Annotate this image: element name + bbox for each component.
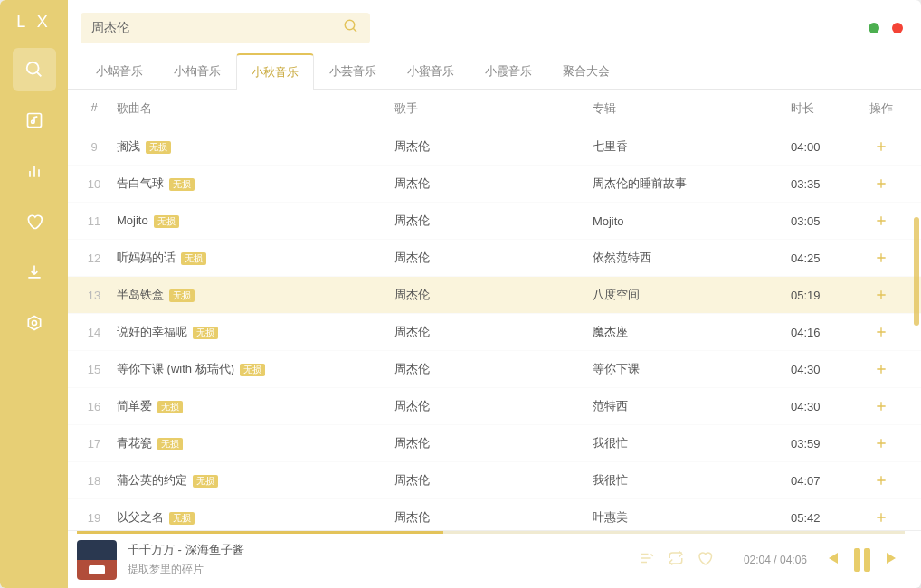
cell-index: 14 xyxy=(77,326,108,339)
source-tab[interactable]: 小芸音乐 xyxy=(314,53,392,90)
cell-duration: 04:07 xyxy=(791,474,854,488)
add-button[interactable] xyxy=(854,399,908,413)
cell-album: 七里香 xyxy=(593,138,791,155)
playback-controls xyxy=(820,547,905,573)
table-row[interactable]: 19以父之名无损周杰伦叶惠美05:42 xyxy=(68,499,921,530)
search-input[interactable] xyxy=(91,21,343,35)
cell-artist: 周杰伦 xyxy=(394,213,593,229)
source-tab[interactable]: 小霞音乐 xyxy=(470,53,547,90)
app-window: L X xyxy=(0,0,921,588)
source-tab[interactable]: 小蜗音乐 xyxy=(81,53,158,90)
settings-icon xyxy=(25,314,43,332)
table-row[interactable]: 14说好的幸福呢无损周杰伦魔杰座04:16 xyxy=(68,314,921,351)
cell-artist: 周杰伦 xyxy=(394,324,593,340)
add-button[interactable] xyxy=(854,436,908,450)
play-pause-button[interactable] xyxy=(854,548,870,572)
cell-index: 16 xyxy=(77,400,108,413)
nav-library[interactable] xyxy=(13,99,56,142)
cell-album: 叶惠美 xyxy=(593,509,791,526)
svg-line-1 xyxy=(36,72,41,77)
cell-album: Mojito xyxy=(593,214,791,228)
search-submit-icon[interactable] xyxy=(343,18,359,38)
nav-ranking[interactable] xyxy=(13,149,56,193)
cell-duration: 03:05 xyxy=(791,214,854,228)
album-cover[interactable] xyxy=(77,540,117,580)
add-button[interactable] xyxy=(854,510,908,525)
lyrics-icon[interactable] xyxy=(639,550,655,570)
add-button[interactable] xyxy=(854,325,908,339)
add-button[interactable] xyxy=(854,251,908,265)
track-list[interactable]: 9搁浅无损周杰伦七里香04:0010告白气球无损周杰伦周杰伦的睡前故事03:35… xyxy=(68,128,921,530)
source-tab[interactable]: 聚合大会 xyxy=(547,53,625,90)
source-tabs: 小蜗音乐小枸音乐小秋音乐小芸音乐小蜜音乐小霞音乐聚合大会 xyxy=(68,52,921,90)
table-row[interactable]: 12听妈妈的话无损周杰伦依然范特西04:25 xyxy=(68,240,921,277)
favorite-icon[interactable] xyxy=(697,550,713,570)
table-row[interactable]: 16简单爱无损周杰伦范特西04:30 xyxy=(68,388,921,425)
th-artist[interactable]: 歌手 xyxy=(394,100,593,117)
svg-point-0 xyxy=(26,62,38,74)
quality-badge: 无损 xyxy=(157,438,183,450)
source-tab[interactable]: 小蜜音乐 xyxy=(392,53,470,90)
nav-search[interactable] xyxy=(13,48,56,91)
cell-duration: 04:30 xyxy=(791,363,854,376)
chart-icon xyxy=(25,162,43,180)
cell-name: 说好的幸福呢无损 xyxy=(108,324,394,340)
cell-index: 13 xyxy=(77,289,108,302)
quality-badge: 无损 xyxy=(146,141,171,154)
th-index: # xyxy=(77,100,108,117)
th-name[interactable]: 歌曲名 xyxy=(108,100,394,117)
nav-favorites[interactable] xyxy=(13,200,56,243)
cell-duration: 04:25 xyxy=(791,251,854,265)
source-tab[interactable]: 小枸音乐 xyxy=(158,53,236,90)
cell-index: 12 xyxy=(77,251,108,265)
table-row[interactable]: 9搁浅无损周杰伦七里香04:00 xyxy=(68,128,921,166)
progress-fill[interactable] xyxy=(77,531,443,534)
add-button[interactable] xyxy=(854,213,908,228)
add-button[interactable] xyxy=(854,176,908,191)
source-tab[interactable]: 小秋音乐 xyxy=(236,53,314,90)
table-row[interactable]: 10告白气球无损周杰伦周杰伦的睡前故事03:35 xyxy=(68,166,921,203)
cell-album: 八度空间 xyxy=(593,287,791,303)
player-bar: 千千万万 - 深海鱼子酱 提取梦里的碎片 02:04 / 04:06 xyxy=(68,530,921,588)
table-row[interactable]: 13半岛铁盒无损周杰伦八度空间05:19 xyxy=(68,277,921,314)
quality-badge: 无损 xyxy=(193,327,218,339)
cell-artist: 周杰伦 xyxy=(394,435,593,451)
nav-downloads[interactable] xyxy=(13,251,56,294)
window-controls xyxy=(869,23,903,33)
close-dot[interactable] xyxy=(892,23,903,33)
cell-artist: 周杰伦 xyxy=(394,398,593,414)
svg-marker-7 xyxy=(28,317,40,330)
nav-settings[interactable] xyxy=(13,301,56,345)
cell-name: 青花瓷无损 xyxy=(108,435,394,451)
scrollbar-thumb[interactable] xyxy=(914,217,919,326)
cell-duration: 04:00 xyxy=(791,140,854,154)
table-row[interactable]: 11Mojito无损周杰伦Mojito03:05 xyxy=(68,203,921,240)
table-row[interactable]: 17青花瓷无损周杰伦我很忙03:59 xyxy=(68,425,921,462)
search-box[interactable] xyxy=(81,13,370,43)
add-button[interactable] xyxy=(854,288,908,302)
add-button[interactable] xyxy=(854,362,908,376)
cell-name: Mojito无损 xyxy=(108,213,394,228)
th-duration[interactable]: 时长 xyxy=(791,100,854,117)
add-button[interactable] xyxy=(854,139,908,154)
cell-artist: 周杰伦 xyxy=(394,250,593,266)
cell-duration: 04:16 xyxy=(791,326,854,339)
svg-point-8 xyxy=(32,321,36,326)
minimize-dot[interactable] xyxy=(869,23,879,33)
music-list-icon xyxy=(25,111,43,129)
cell-artist: 周杰伦 xyxy=(394,361,593,377)
table-row[interactable]: 15等你下课 (with 杨瑞代)无损周杰伦等你下课04:30 xyxy=(68,351,921,388)
add-button[interactable] xyxy=(854,473,908,488)
cell-index: 9 xyxy=(77,140,108,154)
next-button[interactable] xyxy=(883,547,905,573)
th-album[interactable]: 专辑 xyxy=(593,100,791,117)
repeat-icon[interactable] xyxy=(668,550,684,570)
now-playing-title: 千千万万 - 深海鱼子酱 xyxy=(128,542,639,558)
prev-button[interactable] xyxy=(820,547,841,573)
cell-name: 搁浅无损 xyxy=(108,138,394,155)
app-logo: L X xyxy=(16,13,51,32)
cell-artist: 周杰伦 xyxy=(394,287,593,303)
table-row[interactable]: 18蒲公英的约定无损周杰伦我很忙04:07 xyxy=(68,462,921,499)
cell-index: 15 xyxy=(77,363,108,376)
track-info: 千千万万 - 深海鱼子酱 提取梦里的碎片 xyxy=(128,542,639,577)
